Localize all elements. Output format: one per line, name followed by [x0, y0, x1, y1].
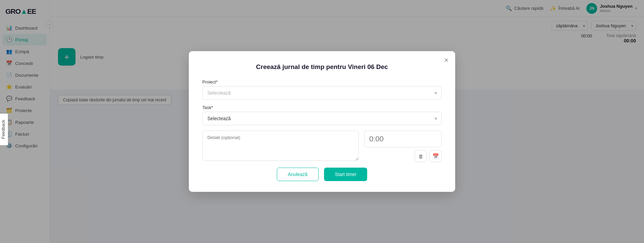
delete-time-button[interactable]: 🗑	[415, 150, 427, 162]
modal-title: Creează jurnal de timp pentru Vineri 06 …	[202, 63, 442, 71]
project-label: Proiect*	[202, 79, 442, 84]
details-time-row: 🗑 📅	[202, 131, 442, 162]
details-textarea[interactable]	[202, 131, 359, 161]
close-icon: ×	[444, 56, 448, 64]
time-input[interactable]	[364, 131, 442, 147]
modal-footer: Anulează Start timer	[202, 168, 442, 181]
feedback-tab-label: Feedback	[1, 120, 6, 139]
start-timer-button[interactable]: Start timer	[324, 168, 368, 181]
project-field-group: Proiect* Selectează ▾	[202, 79, 442, 100]
trash-icon: 🗑	[418, 153, 423, 159]
cancel-label: Anulează	[288, 172, 308, 177]
calendar-time-button[interactable]: 📅	[430, 150, 442, 162]
task-select-wrapper: Selectează ▾	[202, 112, 442, 125]
task-label: Task*	[202, 105, 442, 110]
modal: × Creează jurnal de timp pentru Vineri 0…	[189, 51, 455, 192]
calendar-icon: 📅	[433, 153, 439, 159]
project-select-wrapper: Selectează ▾	[202, 86, 442, 100]
feedback-tab[interactable]: Feedback	[0, 113, 8, 145]
task-field-group: Task* Selectează ▾	[202, 105, 442, 125]
time-field-group: 🗑 📅	[364, 131, 442, 162]
time-actions: 🗑 📅	[364, 150, 442, 162]
project-select[interactable]: Selectează	[202, 86, 442, 100]
start-timer-label: Start timer	[335, 172, 357, 177]
modal-close-button[interactable]: ×	[444, 57, 448, 64]
modal-overlay: × Creează jurnal de timp pentru Vineri 0…	[0, 0, 644, 243]
task-select[interactable]: Selectează	[202, 112, 442, 125]
cancel-button[interactable]: Anulează	[277, 168, 319, 181]
details-field-group	[202, 131, 359, 162]
